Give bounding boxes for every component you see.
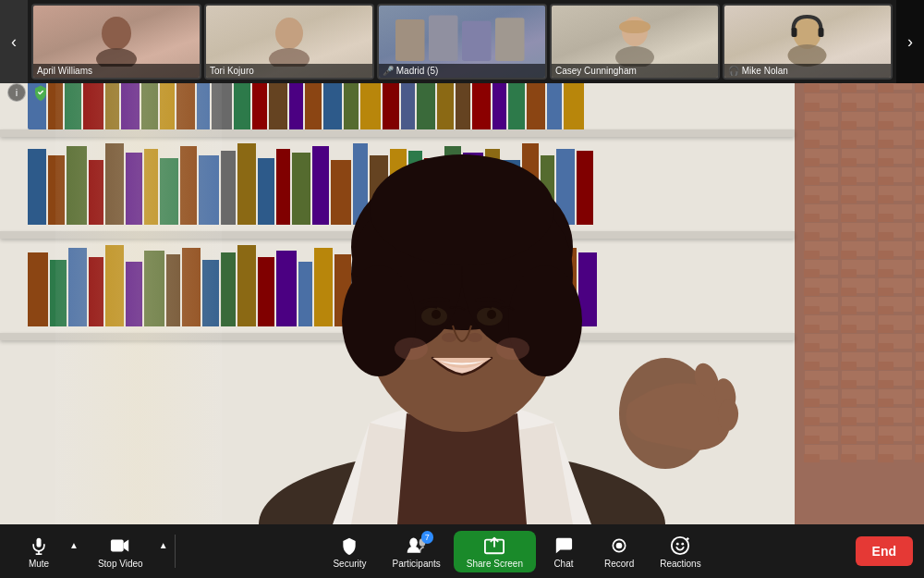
- svg-rect-14: [819, 28, 824, 37]
- mute-label: Mute: [29, 559, 49, 569]
- mute-section: Mute ▲ Stop Video ▲: [11, 531, 171, 572]
- participant-name-tori: Tori Kojuro: [206, 64, 372, 78]
- security-icon: [340, 535, 359, 557]
- chevron-up-icon: ▲: [69, 540, 79, 550]
- svg-point-0: [102, 17, 131, 50]
- chat-icon: [553, 535, 574, 557]
- share-screen-label: Share Screen: [467, 559, 523, 569]
- svg-rect-44: [111, 539, 124, 551]
- participants-label: Participants: [393, 559, 441, 569]
- participant-name-madrid: 🎤 Madrid (5): [379, 64, 545, 78]
- thumbnail-strip: ‹ April Williams Tori Kojuro: [0, 0, 924, 83]
- mute-button[interactable]: Mute: [11, 531, 67, 572]
- stop-video-btn-group: Stop Video ▲: [85, 531, 171, 572]
- bottom-toolbar: Mute ▲ Stop Video ▲: [0, 524, 924, 578]
- prev-thumbnail-button[interactable]: ‹: [0, 0, 28, 83]
- mute-arrow-button[interactable]: ▲: [67, 540, 81, 563]
- video-camera-icon: [110, 535, 130, 557]
- next-thumbnail-button[interactable]: ›: [896, 0, 924, 83]
- chat-label: Chat: [553, 559, 573, 569]
- mute-btn-group: Mute ▲: [11, 531, 81, 572]
- participant-name-april: April Williams: [33, 64, 200, 78]
- reactions-label: Reactions: [660, 559, 700, 569]
- middle-toolbar-section: Security 7 Participants: [179, 531, 856, 572]
- participant-name-casey: Casey Cunningham: [552, 64, 718, 78]
- end-label: End: [872, 544, 896, 559]
- video-arrow-button[interactable]: ▲: [156, 540, 171, 563]
- svg-point-35: [395, 338, 428, 360]
- svg-rect-6: [429, 16, 458, 62]
- svg-point-49: [616, 542, 623, 548]
- record-icon: [610, 535, 628, 557]
- info-symbol: i: [16, 87, 18, 98]
- reactions-button[interactable]: Reactions: [647, 531, 713, 572]
- svg-point-33: [442, 333, 456, 342]
- participants-button[interactable]: 7 Participants: [380, 531, 454, 572]
- svg-point-26: [370, 154, 554, 265]
- stop-video-label: Stop Video: [98, 559, 143, 569]
- svg-point-32: [487, 310, 496, 319]
- svg-point-36: [496, 338, 529, 360]
- microphone-icon: [30, 535, 48, 557]
- svg-rect-10: [619, 20, 650, 33]
- share-screen-button[interactable]: Share Screen: [454, 531, 536, 572]
- participants-icon: 7: [406, 535, 428, 557]
- svg-point-34: [468, 333, 482, 342]
- chevron-up-icon-2: ▲: [159, 540, 168, 550]
- participant-name-mike: 🎧 Mike Nolan: [724, 64, 891, 78]
- participant-thumbnail-mike[interactable]: 🎧 Mike Nolan: [723, 4, 893, 80]
- svg-rect-7: [462, 21, 492, 61]
- chat-button[interactable]: Chat: [536, 531, 591, 572]
- svg-point-3: [275, 18, 303, 49]
- security-label: Security: [333, 559, 366, 569]
- security-button[interactable]: Security: [320, 531, 379, 572]
- svg-point-45: [409, 537, 418, 547]
- svg-point-27: [342, 265, 416, 376]
- svg-rect-13: [792, 28, 797, 37]
- divider-1: [175, 535, 176, 568]
- info-icon[interactable]: i: [7, 83, 26, 102]
- thumbnails-container: April Williams Tori Kojuro 🎤 Madrid (5): [28, 0, 896, 83]
- participant-thumbnail-madrid[interactable]: 🎤 Madrid (5): [377, 4, 547, 80]
- svg-point-31: [432, 310, 441, 319]
- share-screen-icon: [484, 535, 505, 557]
- svg-rect-41: [37, 537, 42, 547]
- stop-video-button[interactable]: Stop Video: [85, 531, 156, 572]
- end-section: End: [856, 536, 913, 566]
- top-info-bar: i: [7, 83, 50, 102]
- participants-count-badge: 7: [421, 531, 433, 544]
- record-button[interactable]: Record: [591, 531, 647, 572]
- svg-rect-8: [495, 18, 525, 61]
- svg-point-50: [672, 536, 688, 553]
- participant-thumbnail-casey[interactable]: Casey Cunningham: [550, 4, 720, 80]
- reactions-icon: [670, 535, 690, 557]
- svg-point-52: [682, 542, 685, 545]
- svg-point-28: [508, 265, 582, 376]
- shield-security-icon: [31, 83, 50, 102]
- svg-point-12: [794, 18, 821, 49]
- svg-rect-5: [395, 19, 425, 61]
- participant-thumbnail-tori[interactable]: Tori Kojuro: [204, 4, 374, 80]
- record-label: Record: [604, 559, 634, 569]
- svg-point-51: [676, 542, 679, 545]
- participant-thumbnail-april[interactable]: April Williams: [31, 4, 201, 80]
- end-button[interactable]: End: [856, 536, 913, 566]
